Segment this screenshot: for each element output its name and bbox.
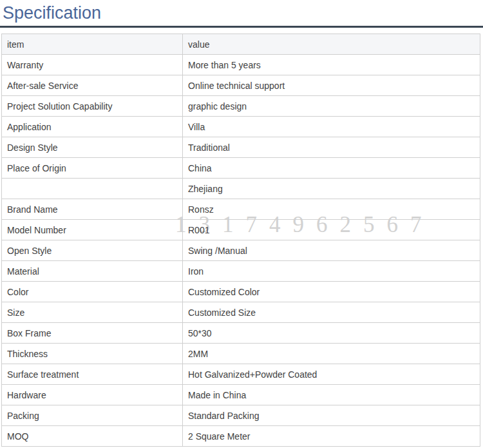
- spec-value-cell: Iron: [183, 261, 480, 282]
- table-row: Surface treatment Hot Galvanized+Powder …: [2, 364, 480, 385]
- spec-value-cell: R001: [183, 220, 480, 240]
- table-row: Material Iron: [2, 261, 480, 282]
- table-row: After-sale Service Online technical supp…: [2, 75, 480, 96]
- table-row: Box Frame 50*30: [2, 323, 480, 344]
- table-row: MOQ 2 Square Meter: [2, 426, 480, 447]
- table-row: Zhejiang: [2, 179, 480, 199]
- column-header-value: value: [183, 34, 480, 55]
- spec-item-cell: Application: [2, 117, 183, 137]
- section-title: Specification: [0, 0, 483, 24]
- table-row: Color Customized Color: [2, 282, 480, 302]
- spec-item-cell: Place of Origin: [2, 158, 183, 179]
- spec-value-cell: China: [183, 158, 480, 179]
- spec-item-cell: Hardware: [2, 385, 183, 405]
- table-header: item value: [2, 34, 480, 55]
- spec-item-cell: Material: [2, 261, 183, 282]
- table-row: Open Style Swing /Manual: [2, 240, 480, 261]
- table-row: Size Customized Size: [2, 302, 480, 323]
- spec-value-cell: Online technical support: [183, 75, 480, 96]
- spec-value-cell: Villa: [183, 117, 480, 137]
- table-body: Warranty More than 5 years After-sale Se…: [2, 55, 480, 447]
- spec-item-cell: Box Frame: [2, 323, 183, 344]
- table-row: Design Style Traditional: [2, 137, 480, 158]
- spec-value-cell: Swing /Manual: [183, 240, 480, 261]
- spec-item-cell: Open Style: [2, 240, 183, 261]
- table-row: Project Solution Capability graphic desi…: [2, 96, 480, 117]
- spec-item-cell: MOQ: [2, 426, 183, 447]
- spec-value-cell: 50*30: [183, 323, 480, 344]
- spec-value-cell: Customized Color: [183, 282, 480, 302]
- spec-item-cell: Packing: [2, 405, 183, 426]
- specification-table: item value Warranty More than 5 years Af…: [1, 34, 480, 447]
- spec-item-cell: Brand Name: [2, 199, 183, 220]
- spec-value-cell: Zhejiang: [183, 179, 480, 199]
- spec-value-cell: 2 Square Meter: [183, 426, 480, 447]
- spec-item-cell: Color: [2, 282, 183, 302]
- column-header-item: item: [2, 34, 183, 55]
- spec-value-cell: Standard Packing: [183, 405, 480, 426]
- table-row: Application Villa: [2, 117, 480, 137]
- spec-item-cell: After-sale Service: [2, 75, 183, 96]
- table-row: Packing Standard Packing: [2, 405, 480, 426]
- spec-value-cell: Ronsz: [183, 199, 480, 220]
- title-underline: [0, 26, 483, 28]
- spec-item-cell: Model Number: [2, 220, 183, 240]
- spec-value-cell: More than 5 years: [183, 55, 480, 75]
- spec-item-cell: [2, 179, 183, 199]
- specification-section: Specification 13174962567 item value War…: [0, 0, 483, 448]
- spec-item-cell: Size: [2, 302, 183, 323]
- table-row: Place of Origin China: [2, 158, 480, 179]
- spec-item-cell: Thickness: [2, 344, 183, 364]
- table-header-row: item value: [2, 34, 480, 55]
- spec-item-cell: Project Solution Capability: [2, 96, 183, 117]
- table-row: Warranty More than 5 years: [2, 55, 480, 75]
- spec-value-cell: graphic design: [183, 96, 480, 117]
- spec-value-cell: Made in China: [183, 385, 480, 405]
- spec-item-cell: Surface treatment: [2, 364, 183, 385]
- spec-item-cell: Warranty: [2, 55, 183, 75]
- spec-item-cell: Design Style: [2, 137, 183, 158]
- spec-value-cell: Customized Size: [183, 302, 480, 323]
- table-row: Hardware Made in China: [2, 385, 480, 405]
- spec-value-cell: Traditional: [183, 137, 480, 158]
- table-row: Thickness 2MM: [2, 344, 480, 364]
- table-row: Brand Name Ronsz: [2, 199, 480, 220]
- spec-value-cell: Hot Galvanized+Powder Coated: [183, 364, 480, 385]
- table-row: Model Number R001: [2, 220, 480, 240]
- spec-value-cell: 2MM: [183, 344, 480, 364]
